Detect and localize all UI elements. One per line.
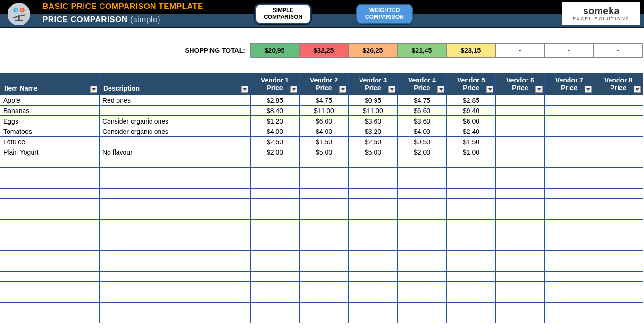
cell-price-vendor-8[interactable] <box>594 261 643 272</box>
cell-price-vendor-7[interactable] <box>545 126 594 137</box>
cell-price-vendor-1[interactable]: $2,85 <box>251 95 300 106</box>
cell-price-vendor-8[interactable] <box>594 303 643 313</box>
cell-price-vendor-3[interactable]: $3,60 <box>349 116 398 126</box>
cell-description[interactable]: No flavour <box>100 147 251 157</box>
cell-description[interactable]: Consider organic ones <box>100 116 251 126</box>
cell-description[interactable] <box>100 157 251 168</box>
cell-price-vendor-3[interactable] <box>349 230 398 240</box>
header-description[interactable]: Description <box>100 73 251 95</box>
cell-price-vendor-6[interactable] <box>496 116 545 126</box>
cell-price-vendor-6[interactable] <box>496 147 545 157</box>
cell-price-vendor-1[interactable] <box>251 272 300 282</box>
cell-price-vendor-4[interactable] <box>398 272 447 282</box>
cell-price-vendor-2[interactable]: $4,75 <box>300 95 349 106</box>
cell-item-name[interactable] <box>0 230 100 240</box>
cell-price-vendor-3[interactable] <box>349 157 398 168</box>
cell-price-vendor-8[interactable] <box>594 95 643 106</box>
cell-price-vendor-5[interactable]: $9,40 <box>447 106 496 116</box>
cell-price-vendor-1[interactable] <box>251 199 300 209</box>
header-vendor-4[interactable]: Vendor 4Price <box>398 73 447 95</box>
cell-price-vendor-1[interactable] <box>251 168 300 178</box>
cell-price-vendor-5[interactable] <box>447 189 496 199</box>
cell-price-vendor-4[interactable] <box>398 251 447 261</box>
cell-price-vendor-7[interactable] <box>545 106 594 116</box>
cell-price-vendor-1[interactable]: $4,00 <box>251 126 300 137</box>
cell-item-name[interactable] <box>0 261 100 272</box>
cell-price-vendor-4[interactable]: $6,60 <box>398 106 447 116</box>
cell-price-vendor-4[interactable] <box>398 168 447 178</box>
cell-price-vendor-3[interactable] <box>349 303 398 313</box>
header-item-name[interactable]: Item Name <box>0 73 100 95</box>
cell-price-vendor-4[interactable] <box>398 282 447 292</box>
cell-price-vendor-7[interactable] <box>545 251 594 261</box>
cell-price-vendor-1[interactable] <box>251 261 300 272</box>
cell-price-vendor-7[interactable] <box>545 303 594 313</box>
cell-price-vendor-8[interactable] <box>594 178 643 189</box>
cell-price-vendor-5[interactable]: $1,50 <box>447 137 496 147</box>
cell-price-vendor-3[interactable] <box>349 272 398 282</box>
cell-price-vendor-3[interactable] <box>349 178 398 189</box>
cell-price-vendor-7[interactable] <box>545 282 594 292</box>
cell-description[interactable]: Red ones <box>100 95 251 106</box>
cell-price-vendor-5[interactable] <box>447 199 496 209</box>
cell-description[interactable] <box>100 303 251 313</box>
cell-price-vendor-5[interactable] <box>447 303 496 313</box>
cell-price-vendor-6[interactable] <box>496 157 545 168</box>
cell-price-vendor-5[interactable] <box>447 313 496 323</box>
cell-description[interactable] <box>100 178 251 189</box>
cell-item-name[interactable]: Tomatoes <box>0 126 100 137</box>
cell-price-vendor-7[interactable] <box>545 313 594 323</box>
cell-description[interactable] <box>100 189 251 199</box>
cell-price-vendor-2[interactable]: $1,50 <box>300 137 349 147</box>
cell-item-name[interactable] <box>0 251 100 261</box>
cell-price-vendor-4[interactable] <box>398 261 447 272</box>
cell-price-vendor-6[interactable] <box>496 251 545 261</box>
filter-dropdown-icon[interactable] <box>339 86 346 93</box>
cell-price-vendor-5[interactable] <box>447 168 496 178</box>
cell-price-vendor-1[interactable] <box>251 220 300 230</box>
cell-price-vendor-8[interactable] <box>594 116 643 126</box>
cell-price-vendor-6[interactable] <box>496 178 545 189</box>
cell-price-vendor-6[interactable] <box>496 220 545 230</box>
cell-price-vendor-2[interactable] <box>300 189 349 199</box>
cell-price-vendor-6[interactable] <box>496 240 545 251</box>
cell-price-vendor-5[interactable] <box>447 240 496 251</box>
cell-item-name[interactable]: Eggs <box>0 116 100 126</box>
cell-price-vendor-4[interactable] <box>398 209 447 220</box>
cell-price-vendor-2[interactable] <box>300 220 349 230</box>
cell-item-name[interactable] <box>0 189 100 199</box>
cell-price-vendor-7[interactable] <box>545 272 594 282</box>
cell-price-vendor-1[interactable] <box>251 282 300 292</box>
cell-price-vendor-1[interactable]: $8,40 <box>251 106 300 116</box>
cell-description[interactable]: Consider organic ones <box>100 126 251 137</box>
cell-price-vendor-3[interactable] <box>349 199 398 209</box>
cell-price-vendor-8[interactable] <box>594 126 643 137</box>
cell-price-vendor-1[interactable]: $1,20 <box>251 116 300 126</box>
cell-price-vendor-4[interactable] <box>398 230 447 240</box>
filter-dropdown-icon[interactable] <box>535 86 543 93</box>
cell-price-vendor-7[interactable] <box>545 292 594 303</box>
cell-price-vendor-8[interactable] <box>594 137 643 147</box>
cell-price-vendor-8[interactable] <box>594 313 643 323</box>
cell-price-vendor-3[interactable] <box>349 220 398 230</box>
cell-price-vendor-6[interactable] <box>496 209 545 220</box>
header-vendor-2[interactable]: Vendor 2Price <box>300 73 349 95</box>
cell-item-name[interactable]: Lettuce <box>0 137 100 147</box>
cell-price-vendor-7[interactable] <box>545 189 594 199</box>
cell-price-vendor-8[interactable] <box>594 230 643 240</box>
cell-price-vendor-1[interactable] <box>251 230 300 240</box>
cell-price-vendor-4[interactable]: $4,00 <box>398 126 447 137</box>
cell-price-vendor-6[interactable] <box>496 282 545 292</box>
cell-price-vendor-2[interactable] <box>300 168 349 178</box>
cell-price-vendor-1[interactable] <box>251 157 300 168</box>
cell-price-vendor-7[interactable] <box>545 178 594 189</box>
header-vendor-1[interactable]: Vendor 1Price <box>251 73 300 95</box>
cell-price-vendor-4[interactable]: $0,50 <box>398 137 447 147</box>
cell-price-vendor-2[interactable] <box>300 292 349 303</box>
cell-price-vendor-5[interactable] <box>447 230 496 240</box>
cell-price-vendor-4[interactable]: $2,00 <box>398 147 447 157</box>
cell-price-vendor-1[interactable] <box>251 251 300 261</box>
weighted-comparison-button[interactable]: WEIGHTED COMPARISON <box>356 4 413 24</box>
filter-dropdown-icon[interactable] <box>437 86 444 93</box>
header-vendor-3[interactable]: Vendor 3Price <box>349 73 398 95</box>
